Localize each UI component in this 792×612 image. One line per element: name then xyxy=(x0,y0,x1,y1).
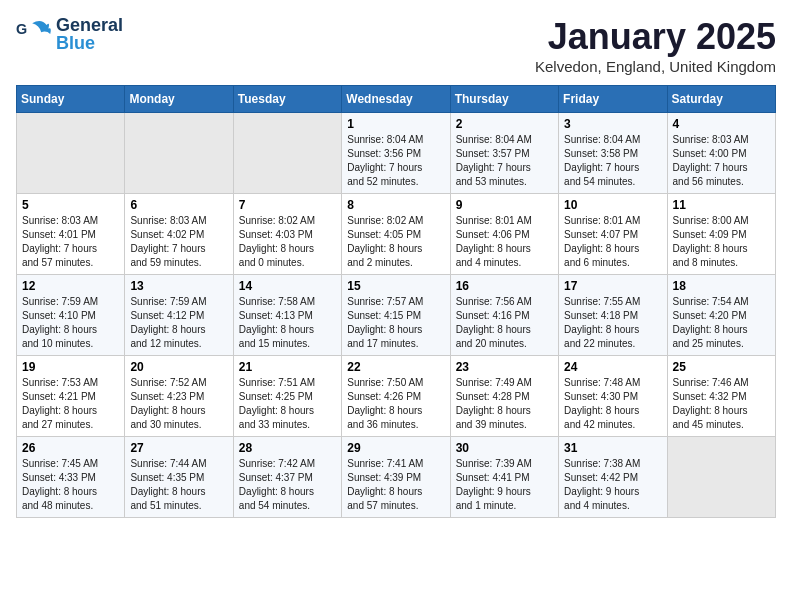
day-info: Sunrise: 7:59 AM Sunset: 4:12 PM Dayligh… xyxy=(130,295,227,351)
day-number: 21 xyxy=(239,360,336,374)
calendar-cell: 14Sunrise: 7:58 AM Sunset: 4:13 PM Dayli… xyxy=(233,275,341,356)
weekday-header-monday: Monday xyxy=(125,86,233,113)
day-info: Sunrise: 7:41 AM Sunset: 4:39 PM Dayligh… xyxy=(347,457,444,513)
logo-text: General Blue xyxy=(56,16,123,52)
calendar-cell: 4Sunrise: 8:03 AM Sunset: 4:00 PM Daylig… xyxy=(667,113,775,194)
weekday-header-row: SundayMondayTuesdayWednesdayThursdayFrid… xyxy=(17,86,776,113)
weekday-header-wednesday: Wednesday xyxy=(342,86,450,113)
day-info: Sunrise: 7:45 AM Sunset: 4:33 PM Dayligh… xyxy=(22,457,119,513)
calendar-cell: 6Sunrise: 8:03 AM Sunset: 4:02 PM Daylig… xyxy=(125,194,233,275)
day-number: 28 xyxy=(239,441,336,455)
day-number: 25 xyxy=(673,360,770,374)
calendar-cell: 20Sunrise: 7:52 AM Sunset: 4:23 PM Dayli… xyxy=(125,356,233,437)
day-info: Sunrise: 8:01 AM Sunset: 4:07 PM Dayligh… xyxy=(564,214,661,270)
day-number: 26 xyxy=(22,441,119,455)
day-info: Sunrise: 7:55 AM Sunset: 4:18 PM Dayligh… xyxy=(564,295,661,351)
day-number: 24 xyxy=(564,360,661,374)
calendar-cell: 22Sunrise: 7:50 AM Sunset: 4:26 PM Dayli… xyxy=(342,356,450,437)
logo-icon: G xyxy=(16,16,52,52)
day-info: Sunrise: 8:03 AM Sunset: 4:01 PM Dayligh… xyxy=(22,214,119,270)
day-number: 8 xyxy=(347,198,444,212)
location-title: Kelvedon, England, United Kingdom xyxy=(535,58,776,75)
calendar-cell: 9Sunrise: 8:01 AM Sunset: 4:06 PM Daylig… xyxy=(450,194,558,275)
calendar-cell: 26Sunrise: 7:45 AM Sunset: 4:33 PM Dayli… xyxy=(17,437,125,518)
day-info: Sunrise: 7:58 AM Sunset: 4:13 PM Dayligh… xyxy=(239,295,336,351)
weekday-header-friday: Friday xyxy=(559,86,667,113)
weekday-header-saturday: Saturday xyxy=(667,86,775,113)
day-number: 20 xyxy=(130,360,227,374)
day-number: 15 xyxy=(347,279,444,293)
calendar-cell: 21Sunrise: 7:51 AM Sunset: 4:25 PM Dayli… xyxy=(233,356,341,437)
day-info: Sunrise: 7:39 AM Sunset: 4:41 PM Dayligh… xyxy=(456,457,553,513)
day-number: 5 xyxy=(22,198,119,212)
calendar-cell: 11Sunrise: 8:00 AM Sunset: 4:09 PM Dayli… xyxy=(667,194,775,275)
day-number: 18 xyxy=(673,279,770,293)
day-number: 22 xyxy=(347,360,444,374)
calendar-cell: 23Sunrise: 7:49 AM Sunset: 4:28 PM Dayli… xyxy=(450,356,558,437)
calendar-cell xyxy=(667,437,775,518)
calendar-cell: 18Sunrise: 7:54 AM Sunset: 4:20 PM Dayli… xyxy=(667,275,775,356)
calendar-cell: 25Sunrise: 7:46 AM Sunset: 4:32 PM Dayli… xyxy=(667,356,775,437)
day-info: Sunrise: 7:38 AM Sunset: 4:42 PM Dayligh… xyxy=(564,457,661,513)
day-info: Sunrise: 8:02 AM Sunset: 4:03 PM Dayligh… xyxy=(239,214,336,270)
day-number: 29 xyxy=(347,441,444,455)
calendar-cell: 30Sunrise: 7:39 AM Sunset: 4:41 PM Dayli… xyxy=(450,437,558,518)
day-number: 19 xyxy=(22,360,119,374)
calendar-cell: 1Sunrise: 8:04 AM Sunset: 3:56 PM Daylig… xyxy=(342,113,450,194)
calendar-table: SundayMondayTuesdayWednesdayThursdayFrid… xyxy=(16,85,776,518)
day-number: 12 xyxy=(22,279,119,293)
day-info: Sunrise: 7:46 AM Sunset: 4:32 PM Dayligh… xyxy=(673,376,770,432)
day-info: Sunrise: 7:53 AM Sunset: 4:21 PM Dayligh… xyxy=(22,376,119,432)
day-number: 13 xyxy=(130,279,227,293)
day-number: 1 xyxy=(347,117,444,131)
day-info: Sunrise: 8:03 AM Sunset: 4:00 PM Dayligh… xyxy=(673,133,770,189)
day-info: Sunrise: 7:50 AM Sunset: 4:26 PM Dayligh… xyxy=(347,376,444,432)
logo-general: General xyxy=(56,16,123,34)
calendar-cell: 27Sunrise: 7:44 AM Sunset: 4:35 PM Dayli… xyxy=(125,437,233,518)
calendar-cell xyxy=(125,113,233,194)
calendar-cell: 31Sunrise: 7:38 AM Sunset: 4:42 PM Dayli… xyxy=(559,437,667,518)
day-number: 14 xyxy=(239,279,336,293)
page-header: G General Blue January 2025 Kelvedon, En… xyxy=(16,16,776,75)
day-info: Sunrise: 7:51 AM Sunset: 4:25 PM Dayligh… xyxy=(239,376,336,432)
day-info: Sunrise: 8:04 AM Sunset: 3:57 PM Dayligh… xyxy=(456,133,553,189)
day-number: 31 xyxy=(564,441,661,455)
day-info: Sunrise: 7:42 AM Sunset: 4:37 PM Dayligh… xyxy=(239,457,336,513)
logo-blue: Blue xyxy=(56,34,123,52)
calendar-cell: 19Sunrise: 7:53 AM Sunset: 4:21 PM Dayli… xyxy=(17,356,125,437)
calendar-cell: 17Sunrise: 7:55 AM Sunset: 4:18 PM Dayli… xyxy=(559,275,667,356)
weekday-header-tuesday: Tuesday xyxy=(233,86,341,113)
day-info: Sunrise: 7:59 AM Sunset: 4:10 PM Dayligh… xyxy=(22,295,119,351)
calendar-cell: 12Sunrise: 7:59 AM Sunset: 4:10 PM Dayli… xyxy=(17,275,125,356)
calendar-cell: 28Sunrise: 7:42 AM Sunset: 4:37 PM Dayli… xyxy=(233,437,341,518)
weekday-header-thursday: Thursday xyxy=(450,86,558,113)
title-block: January 2025 Kelvedon, England, United K… xyxy=(535,16,776,75)
calendar-cell: 8Sunrise: 8:02 AM Sunset: 4:05 PM Daylig… xyxy=(342,194,450,275)
calendar-week-3: 12Sunrise: 7:59 AM Sunset: 4:10 PM Dayli… xyxy=(17,275,776,356)
day-number: 27 xyxy=(130,441,227,455)
logo: G General Blue xyxy=(16,16,123,52)
calendar-week-2: 5Sunrise: 8:03 AM Sunset: 4:01 PM Daylig… xyxy=(17,194,776,275)
calendar-cell: 3Sunrise: 8:04 AM Sunset: 3:58 PM Daylig… xyxy=(559,113,667,194)
calendar-week-4: 19Sunrise: 7:53 AM Sunset: 4:21 PM Dayli… xyxy=(17,356,776,437)
calendar-cell: 13Sunrise: 7:59 AM Sunset: 4:12 PM Dayli… xyxy=(125,275,233,356)
day-info: Sunrise: 7:48 AM Sunset: 4:30 PM Dayligh… xyxy=(564,376,661,432)
day-number: 23 xyxy=(456,360,553,374)
calendar-cell xyxy=(233,113,341,194)
day-number: 4 xyxy=(673,117,770,131)
calendar-cell: 7Sunrise: 8:02 AM Sunset: 4:03 PM Daylig… xyxy=(233,194,341,275)
calendar-week-5: 26Sunrise: 7:45 AM Sunset: 4:33 PM Dayli… xyxy=(17,437,776,518)
calendar-cell: 15Sunrise: 7:57 AM Sunset: 4:15 PM Dayli… xyxy=(342,275,450,356)
day-info: Sunrise: 7:54 AM Sunset: 4:20 PM Dayligh… xyxy=(673,295,770,351)
calendar-cell: 2Sunrise: 8:04 AM Sunset: 3:57 PM Daylig… xyxy=(450,113,558,194)
day-info: Sunrise: 8:00 AM Sunset: 4:09 PM Dayligh… xyxy=(673,214,770,270)
day-number: 9 xyxy=(456,198,553,212)
day-info: Sunrise: 8:04 AM Sunset: 3:56 PM Dayligh… xyxy=(347,133,444,189)
day-number: 16 xyxy=(456,279,553,293)
day-info: Sunrise: 8:04 AM Sunset: 3:58 PM Dayligh… xyxy=(564,133,661,189)
calendar-cell xyxy=(17,113,125,194)
day-number: 2 xyxy=(456,117,553,131)
calendar-cell: 10Sunrise: 8:01 AM Sunset: 4:07 PM Dayli… xyxy=(559,194,667,275)
day-number: 10 xyxy=(564,198,661,212)
day-number: 7 xyxy=(239,198,336,212)
